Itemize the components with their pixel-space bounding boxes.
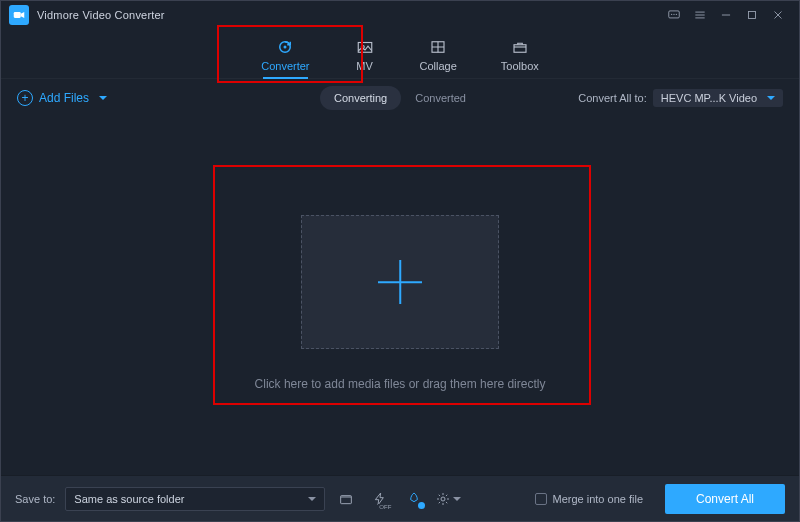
subtab-converted[interactable]: Converted [401, 86, 480, 110]
tab-collage[interactable]: Collage [414, 34, 463, 78]
app-logo [9, 5, 29, 25]
menu-button[interactable] [687, 4, 713, 26]
save-to-label: Save to: [15, 493, 55, 505]
collage-icon [427, 38, 449, 56]
add-files-label: Add Files [39, 91, 89, 105]
plus-icon [378, 260, 422, 304]
chevron-down-icon [308, 497, 316, 501]
tab-converter-label: Converter [261, 60, 309, 72]
module-tabs: Converter MV Collage Toolbox [1, 29, 799, 79]
save-to-dropdown[interactable]: Same as source folder [65, 487, 325, 511]
svg-rect-5 [749, 12, 756, 19]
tab-mv[interactable]: MV [348, 34, 382, 78]
chevron-down-icon [767, 96, 775, 100]
subtab-converting[interactable]: Converting [320, 86, 401, 110]
toolbox-icon [509, 38, 531, 56]
mv-icon [354, 38, 376, 56]
minimize-button[interactable] [713, 4, 739, 26]
merge-checkbox[interactable]: Merge into one file [535, 493, 644, 505]
svg-point-2 [671, 14, 672, 15]
svg-point-4 [676, 14, 677, 15]
close-button[interactable] [765, 4, 791, 26]
footer: Save to: Same as source folder OFF Merge… [1, 475, 799, 521]
action-row: + Add Files Converting Converted Convert… [1, 79, 799, 117]
svg-rect-0 [14, 12, 21, 18]
merge-label: Merge into one file [553, 493, 644, 505]
output-format-value: HEVC MP...K Video [661, 92, 757, 104]
svg-rect-11 [514, 45, 526, 53]
svg-point-3 [673, 14, 674, 15]
tab-converter[interactable]: Converter [255, 34, 315, 78]
maximize-button[interactable] [739, 4, 765, 26]
app-title: Vidmore Video Converter [37, 9, 165, 21]
close-icon [771, 8, 785, 22]
gear-icon [435, 491, 451, 507]
feedback-button[interactable] [661, 4, 687, 26]
convert-all-to: Convert All to: HEVC MP...K Video [578, 89, 783, 107]
svg-point-13 [441, 497, 445, 501]
save-to-value: Same as source folder [74, 493, 184, 505]
app-window: Vidmore Video Converter Converter MV [0, 0, 800, 522]
output-format-dropdown[interactable]: HEVC MP...K Video [653, 89, 783, 107]
svg-point-7 [284, 46, 287, 49]
converter-icon [274, 38, 296, 56]
folder-icon [338, 491, 354, 507]
chevron-down-icon [453, 497, 461, 501]
minimize-icon [719, 8, 733, 22]
tab-toolbox-label: Toolbox [501, 60, 539, 72]
dropzone[interactable] [301, 215, 499, 349]
chat-icon [667, 8, 681, 22]
hamburger-icon [693, 8, 707, 22]
maximize-icon [745, 8, 759, 22]
off-badge: OFF [378, 504, 392, 510]
checkbox-icon [535, 493, 547, 505]
tab-collage-label: Collage [420, 60, 457, 72]
svg-rect-8 [358, 43, 372, 53]
convert-all-to-label: Convert All to: [578, 92, 646, 104]
status-dot-icon [418, 502, 425, 509]
open-folder-button[interactable] [333, 487, 359, 511]
queue-subtabs: Converting Converted [320, 86, 480, 110]
tab-toolbox[interactable]: Toolbox [495, 34, 545, 78]
add-files-button[interactable]: + Add Files [17, 90, 107, 106]
settings-button[interactable] [435, 487, 461, 511]
high-speed-button[interactable] [401, 487, 427, 511]
hw-accel-off-button[interactable]: OFF [367, 487, 393, 511]
plus-circle-icon: + [17, 90, 33, 106]
dropzone-hint: Click here to add media files or drag th… [1, 377, 799, 391]
tab-mv-label: MV [356, 60, 373, 72]
convert-all-button[interactable]: Convert All [665, 484, 785, 514]
chevron-down-icon [99, 96, 107, 100]
camera-icon [12, 8, 26, 22]
titlebar: Vidmore Video Converter [1, 1, 799, 29]
main-area: Click here to add media files or drag th… [1, 117, 799, 469]
